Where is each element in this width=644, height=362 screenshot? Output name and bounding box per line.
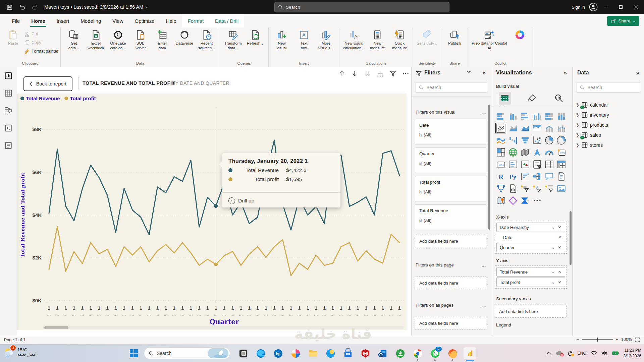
data-table-products[interactable]: ❯products bbox=[576, 120, 641, 130]
ribbon-area-visual-icon[interactable] bbox=[531, 122, 543, 134]
enter-data-button[interactable]: Enter data bbox=[151, 29, 173, 51]
legend-item[interactable]: Total Revenue bbox=[20, 96, 60, 101]
data-search-input[interactable]: Search bbox=[577, 82, 640, 93]
taskbar-app-photos[interactable] bbox=[237, 347, 250, 359]
remove-field-icon[interactable]: ✕ bbox=[557, 235, 563, 240]
decomposition-tree-visual-icon[interactable] bbox=[531, 170, 543, 182]
eye-icon[interactable] bbox=[466, 70, 472, 74]
remove-field-icon[interactable]: ✕ bbox=[556, 245, 563, 250]
minimize-button[interactable] bbox=[598, 0, 613, 14]
viz-pane-scrollbar[interactable] bbox=[570, 211, 572, 265]
taskbar-app-whatsapp[interactable]: 2 bbox=[429, 347, 441, 359]
waterfall-visual-icon[interactable] bbox=[507, 134, 519, 146]
taskbar-app-mcafee[interactable] bbox=[359, 347, 372, 359]
chevron-right-icon[interactable]: ❯ bbox=[576, 143, 579, 147]
tab-optimize[interactable]: Optimize bbox=[129, 14, 160, 27]
go-to-next-level-icon[interactable] bbox=[364, 70, 371, 77]
line-chart[interactable]: $0K$2K$4K$6K$8KTotal Revenue and Total p… bbox=[17, 94, 407, 330]
tab-insert[interactable]: Insert bbox=[51, 14, 75, 27]
volume-icon[interactable] bbox=[601, 351, 607, 356]
tornado-visual-icon[interactable] bbox=[519, 170, 531, 182]
taskbar-app-outlook[interactable] bbox=[376, 347, 389, 359]
refresh-button[interactable]: Refresh bbox=[244, 29, 266, 47]
weather-widget[interactable]: 3 15°C أمطار خفيفة bbox=[3, 346, 37, 358]
kpi-dynamic-visual-icon[interactable]: 123 bbox=[555, 146, 567, 158]
maximize-button[interactable] bbox=[613, 0, 629, 14]
new-measure-button[interactable]: New measure bbox=[366, 29, 388, 51]
model-view-icon[interactable] bbox=[4, 107, 12, 115]
slicer-visual-icon[interactable] bbox=[531, 158, 543, 170]
new-visual-button[interactable]: New visual bbox=[271, 29, 293, 51]
card-visual-icon[interactable]: 123 bbox=[495, 158, 507, 170]
sensitivity-button[interactable]: Sensitivity bbox=[415, 29, 439, 47]
dax-query-view-icon[interactable] bbox=[4, 124, 12, 132]
power-automate-filter-visual-icon[interactable] bbox=[543, 182, 555, 194]
remove-field-icon[interactable]: ✕ bbox=[556, 270, 563, 274]
filters-scrollbar[interactable] bbox=[488, 105, 490, 230]
power-apps-visual-icon[interactable] bbox=[519, 182, 531, 194]
transform-data-button[interactable]: Transform data bbox=[222, 29, 244, 51]
zoom-in-icon[interactable]: + bbox=[616, 337, 618, 342]
sign-in-link[interactable]: Sign in bbox=[572, 5, 585, 10]
r-script-visual-icon[interactable]: R bbox=[495, 170, 507, 182]
add-field-dropzone[interactable]: Add data fields here bbox=[415, 277, 486, 289]
format-visual-tab[interactable] bbox=[526, 92, 538, 105]
collapse-pane-icon[interactable]: » bbox=[564, 70, 567, 76]
remove-field-icon[interactable]: ✕ bbox=[556, 225, 563, 230]
clock[interactable]: 11:23 PM 3/13/2026 bbox=[624, 348, 641, 358]
chevron-down-icon[interactable]: ⌄ bbox=[550, 245, 556, 250]
publish-button[interactable]: Publish bbox=[443, 29, 466, 47]
chevron-right-icon[interactable]: ❯ bbox=[576, 103, 579, 107]
remove-field-icon[interactable]: ✕ bbox=[556, 280, 563, 285]
data-table-sales[interactable]: ❯✓sales bbox=[576, 130, 641, 140]
pie-visual-icon[interactable] bbox=[543, 134, 555, 146]
format-painter-button[interactable]: Format painter bbox=[24, 48, 58, 55]
power-automate-visual-icon[interactable] bbox=[519, 194, 531, 206]
python-visual-icon[interactable]: Py bbox=[507, 170, 519, 182]
field-pill-date[interactable]: Date✕ bbox=[496, 233, 565, 242]
more-options-icon[interactable]: … bbox=[481, 262, 486, 268]
zoom-slider[interactable] bbox=[582, 339, 613, 340]
taskbar-app-chrome[interactable] bbox=[411, 347, 424, 359]
taskbar-app-edge[interactable] bbox=[254, 347, 267, 359]
100-stacked-bar-visual-icon[interactable] bbox=[543, 110, 555, 122]
stacked-bar-visual-icon[interactable] bbox=[495, 110, 507, 122]
dynamics-visual-icon[interactable] bbox=[507, 194, 519, 206]
treemap-visual-icon[interactable] bbox=[495, 146, 507, 158]
clustered-column-visual-icon[interactable] bbox=[531, 110, 543, 122]
tab-view[interactable]: View bbox=[107, 14, 129, 27]
more-visuals-button[interactable]: More visuals bbox=[315, 29, 337, 51]
zoom-slider-thumb[interactable] bbox=[597, 338, 598, 342]
start-button[interactable] bbox=[128, 348, 139, 359]
tmdl-view-icon[interactable] bbox=[4, 141, 12, 149]
expand-all-down-icon[interactable] bbox=[376, 70, 384, 77]
matrix-visual-icon[interactable] bbox=[555, 158, 567, 170]
taskbar-search[interactable]: Search bbox=[144, 347, 230, 359]
gauge-visual-icon[interactable] bbox=[543, 146, 555, 158]
100-stacked-column-visual-icon[interactable] bbox=[555, 110, 567, 122]
field-pill-quarter[interactable]: Quarter⌄✕ bbox=[496, 243, 565, 252]
collapse-pane-icon[interactable]: » bbox=[483, 70, 486, 76]
filter-card-total-profit[interactable]: Total profitis (All) bbox=[415, 176, 486, 201]
taskbar-app-paint[interactable] bbox=[289, 347, 302, 359]
analytics-tab[interactable] bbox=[553, 92, 565, 105]
onedrive-paused-icon[interactable] bbox=[555, 351, 563, 356]
clustered-bar-visual-icon[interactable] bbox=[519, 110, 531, 122]
area-chart-visual-icon[interactable] bbox=[507, 122, 519, 134]
secondary-axis-dropzone[interactable]: Add data fields here bbox=[495, 305, 567, 318]
drill-up-action[interactable]: ↑ Drill up bbox=[228, 197, 254, 204]
ribbon-chart-visual-icon[interactable] bbox=[495, 134, 507, 146]
zoom-out-icon[interactable]: − bbox=[576, 337, 579, 342]
tab-home[interactable]: Home bbox=[25, 14, 51, 27]
fit-to-page-icon[interactable] bbox=[635, 338, 640, 342]
x-axis-well[interactable]: Date Hierarchy⌄✕Date✕Quarter⌄✕ bbox=[495, 221, 567, 254]
taskbar-app-idm[interactable] bbox=[394, 347, 407, 359]
azure-map-visual-icon[interactable] bbox=[531, 146, 543, 158]
battery-icon[interactable] bbox=[612, 351, 619, 355]
more-options-icon[interactable]: … bbox=[481, 110, 486, 115]
copilot-logo-button[interactable] bbox=[509, 29, 531, 42]
global-search-input[interactable]: Search bbox=[274, 2, 449, 12]
wifi-icon[interactable] bbox=[591, 351, 597, 356]
taskbar-app-edge-beta[interactable] bbox=[324, 347, 337, 359]
dataverse-button[interactable]: Dataverse bbox=[173, 29, 196, 47]
